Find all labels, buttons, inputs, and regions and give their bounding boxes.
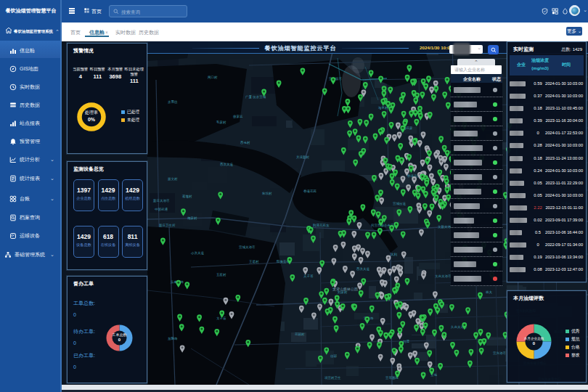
- svg-text:小氿大道: 小氿大道: [191, 251, 205, 255]
- svg-text:西仓村: 西仓村: [240, 140, 250, 145]
- svg-text:太子庙: 太子庙: [216, 317, 226, 320]
- svg-text:天子居: 天子居: [303, 274, 314, 278]
- svg-text:龙背山森林公园: 龙背山森林公园: [332, 287, 358, 292]
- svg-text:王婆村: 王婆村: [249, 259, 259, 264]
- svg-text:西氿大道: 西氿大道: [356, 266, 370, 271]
- svg-text:东降路: 东降路: [168, 336, 178, 340]
- svg-text:西氿大道: 西氿大道: [220, 162, 234, 166]
- svg-text:五星村: 五星村: [216, 272, 226, 277]
- svg-text:宜城大酒店: 宜城大酒店: [239, 245, 256, 249]
- svg-text:香清花苑: 香清花苑: [303, 189, 317, 193]
- svg-text:毛家村: 毛家村: [216, 120, 226, 125]
- svg-text:荆溪花苑东: 荆溪花苑东: [312, 223, 330, 227]
- svg-text:太光大酒店: 太光大酒店: [435, 274, 452, 278]
- svg-text:佳园: 佳园: [330, 354, 337, 358]
- svg-text:润宜村卫生: 润宜村卫生: [324, 375, 341, 380]
- svg-text:中国机通: 中国机通: [155, 207, 168, 211]
- svg-text:宜兴酒店: 宜兴酒店: [493, 351, 507, 355]
- svg-text:益大: 益大: [486, 290, 493, 294]
- svg-text:新庄大酒店: 新庄大酒店: [153, 199, 170, 203]
- svg-text:新庄卫生所: 新庄卫生所: [159, 223, 176, 227]
- svg-text:刘潭: 刘潭: [403, 339, 410, 343]
- svg-text:大利: 大利: [391, 253, 398, 256]
